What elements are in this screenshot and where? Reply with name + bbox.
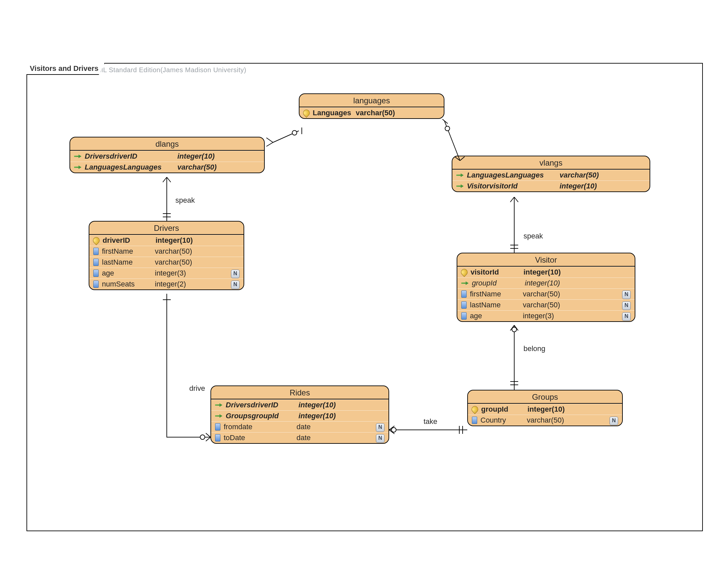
pk-icon	[471, 405, 479, 413]
rel-label-drive: drive	[189, 384, 205, 393]
rel-label-belong: belong	[523, 345, 545, 353]
attr-name: Languages	[313, 109, 352, 117]
attr-row: firstName varchar(50) N	[457, 289, 635, 300]
attr-row: age integer(3) N	[457, 310, 635, 321]
nullable-badge: N	[622, 302, 631, 310]
entity-title: dlangs	[70, 137, 264, 151]
fk-icon	[215, 402, 222, 408]
attr-type: integer(10)	[156, 236, 193, 245]
column-icon	[93, 248, 99, 255]
attr-type: varchar(50)	[560, 171, 599, 179]
attr-row: age integer(3) N	[89, 267, 244, 278]
attr-row: lastName varchar(50) N	[457, 300, 635, 310]
column-icon	[93, 280, 99, 288]
fk-icon	[456, 172, 464, 178]
frame-title: Visitors and Drivers	[26, 63, 105, 75]
attr-name: Country	[480, 416, 523, 425]
column-icon	[215, 434, 220, 442]
entity-vlangs[interactable]: vlangs LanguagesLanguages varchar(50) Vi…	[452, 156, 650, 192]
column-icon	[215, 423, 220, 431]
attr-name: firstName	[102, 247, 152, 256]
column-icon	[461, 302, 467, 309]
entity-languages[interactable]: languages Languages varchar(50)	[299, 93, 444, 119]
attr-row: driverID integer(10)	[89, 235, 244, 246]
attr-name: age	[470, 312, 520, 320]
attr-name: LanguagesLanguages	[85, 163, 174, 171]
attr-name: lastName	[470, 301, 520, 309]
nullable-badge: N	[622, 291, 631, 299]
attr-row: numSeats integer(2) N	[89, 278, 244, 290]
pk-icon	[302, 109, 310, 117]
nullable-badge: N	[622, 312, 631, 321]
attr-row: lastName varchar(50)	[89, 257, 244, 267]
attr-type: integer(10)	[527, 405, 565, 414]
entity-title: Visitor	[457, 253, 635, 266]
attr-row: DriversdriverID integer(10)	[211, 399, 388, 410]
attr-type: varchar(50)	[523, 301, 560, 309]
nullable-badge: N	[231, 269, 240, 278]
entity-title: Drivers	[89, 221, 244, 235]
nullable-badge: N	[231, 280, 240, 289]
attr-name: visitorId	[471, 268, 520, 276]
attr-name: fromdate	[224, 423, 293, 431]
fk-icon	[456, 183, 464, 189]
attr-name: DriversdriverID	[226, 401, 295, 409]
entity-dlangs[interactable]: dlangs DriversdriverID integer(10) Langu…	[69, 137, 265, 173]
attr-type: varchar(50)	[356, 109, 395, 117]
attr-name: driverID	[103, 236, 152, 245]
attr-type: integer(2)	[155, 280, 186, 289]
entity-drivers[interactable]: Drivers driverID integer(10) firstName v…	[89, 221, 244, 290]
fk-icon	[74, 153, 81, 159]
attr-name: groupId	[481, 405, 524, 414]
attr-row: groupId integer(10)	[457, 277, 635, 289]
attr-type: varchar(50)	[155, 258, 192, 266]
attr-row: DriversdriverID integer(10)	[70, 151, 264, 162]
attr-row: firstName varchar(50)	[89, 246, 244, 257]
fk-icon	[215, 413, 222, 419]
fk-icon	[74, 164, 81, 170]
nullable-badge: N	[610, 417, 618, 425]
pk-icon	[92, 236, 100, 244]
column-icon	[461, 291, 467, 298]
column-icon	[93, 258, 99, 266]
entity-title: languages	[299, 94, 444, 107]
attr-row: toDate date N	[211, 432, 388, 443]
pk-icon	[460, 268, 468, 276]
attr-type: integer(10)	[523, 268, 561, 276]
entity-rides[interactable]: Rides DriversdriverID integer(10) Groups…	[210, 386, 389, 444]
attr-row: Languages varchar(50)	[299, 107, 444, 118]
attr-type: date	[296, 434, 311, 442]
entity-title: vlangs	[452, 156, 650, 169]
attr-row: LanguagesLanguages varchar(50)	[452, 169, 650, 180]
attr-name: LanguagesLanguages	[467, 171, 556, 179]
attr-name: DriversdriverID	[85, 152, 174, 161]
column-icon	[472, 417, 477, 424]
rel-label-speak-visitor: speak	[523, 232, 543, 240]
column-icon	[93, 269, 99, 277]
attr-row: Country varchar(50) N	[468, 415, 622, 426]
attr-type: integer(10)	[177, 152, 214, 161]
attr-name: GroupsgroupId	[226, 412, 295, 420]
entity-groups[interactable]: Groups groupId integer(10) Country varch…	[467, 390, 623, 426]
entity-title: Rides	[211, 386, 388, 399]
attr-type: date	[296, 423, 311, 431]
attr-row: fromdate date N	[211, 421, 388, 432]
attr-type: varchar(50)	[523, 290, 560, 299]
column-icon	[461, 312, 467, 320]
attr-type: integer(10)	[525, 279, 560, 288]
entity-visitor[interactable]: Visitor visitorId integer(10) groupId in…	[457, 253, 635, 322]
attr-name: age	[102, 269, 152, 277]
attr-type: varchar(50)	[177, 163, 217, 171]
attr-row: LanguagesLanguages varchar(50)	[70, 162, 264, 172]
nullable-badge: N	[376, 423, 385, 432]
attr-row: GroupsgroupId integer(10)	[211, 410, 388, 421]
attr-row: VisitorvisitorId integer(10)	[452, 180, 650, 191]
attr-name: firstName	[470, 290, 520, 299]
attr-row: groupId integer(10)	[468, 404, 622, 415]
rel-label-speak-drivers: speak	[175, 196, 195, 205]
attr-name: lastName	[102, 258, 152, 266]
attr-row: visitorId integer(10)	[457, 266, 635, 277]
nullable-badge: N	[376, 434, 385, 443]
entity-title: Groups	[468, 391, 622, 404]
attr-name: groupId	[472, 279, 522, 288]
